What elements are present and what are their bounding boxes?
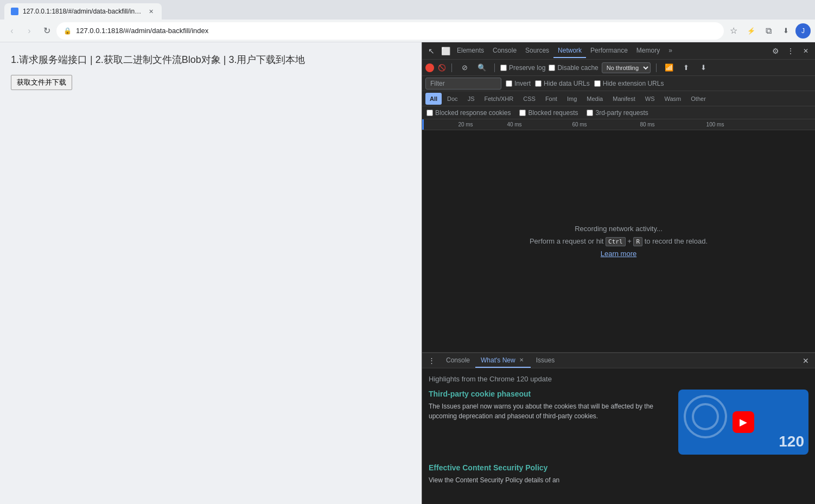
blocked-cookies-checkbox[interactable]	[426, 110, 433, 116]
filter-toggle-button[interactable]: ⊘	[457, 61, 472, 75]
network-toolbar: 🚫 ⊘ 🔍 Preserve log Disable cache No thro…	[422, 60, 815, 76]
timeline-header: 20 ms 40 ms 60 ms 80 ms 100 ms	[422, 119, 815, 130]
timeline-marker-40: 40 ms	[507, 122, 521, 127]
news-thumbnail-1: ▶ 120	[678, 390, 808, 455]
tab-elements[interactable]: Elements	[453, 44, 488, 58]
third-party-label[interactable]: 3rd-party requests	[587, 109, 648, 117]
third-party-checkbox[interactable]	[587, 110, 593, 116]
news-text-2: Effective Content Security Policy View t…	[429, 463, 808, 485]
upload-har-button[interactable]: ⬆	[679, 61, 693, 75]
page-title: 1.请求服务端接口 | 2.获取二进制文件流Blob对象 | 3.用户下载到本地	[11, 53, 411, 66]
stop-button[interactable]: 🚫	[437, 63, 446, 72]
tab-network[interactable]: Network	[553, 44, 586, 58]
filter-font[interactable]: Font	[541, 93, 562, 105]
devtools-right-icons: ⚙ ⋮ ✕	[768, 44, 813, 58]
filter-js[interactable]: JS	[463, 93, 479, 105]
main-area: 1.请求服务端接口 | 2.获取二进制文件流Blob对象 | 3.用户下载到本地…	[0, 42, 815, 504]
preserve-log-checkbox-label[interactable]: Preserve log	[500, 64, 545, 72]
tab-performance[interactable]: Performance	[586, 44, 632, 58]
tab-title: 127.0.0.1:1818/#/admin/data-backfill/ind…	[23, 8, 142, 15]
filter-doc[interactable]: Doc	[443, 93, 462, 105]
tab-bar: 127.0.0.1:1818/#/admin/data-backfill/ind…	[0, 0, 815, 20]
back-button[interactable]: ‹	[4, 23, 20, 39]
tab-more[interactable]: »	[664, 44, 677, 58]
network-content: Recording network activity... Perform a …	[422, 130, 815, 352]
news-body-1: The Issues panel now warns you about the…	[429, 401, 672, 421]
play-button-icon: ▶	[733, 411, 754, 433]
blocked-cookies-text: Blocked response cookies	[435, 109, 511, 117]
hide-data-urls-checkbox[interactable]	[535, 80, 542, 87]
tab-console[interactable]: Console	[488, 44, 521, 58]
wifi-button[interactable]: 📶	[662, 61, 676, 75]
r-key: R	[633, 237, 642, 246]
preserve-log-checkbox[interactable]	[500, 65, 507, 71]
forward-button[interactable]: ›	[22, 23, 37, 39]
devtools-settings-button[interactable]: ⚙	[768, 44, 782, 58]
blocked-requests-label[interactable]: Blocked requests	[519, 109, 578, 117]
news-card-2: Effective Content Security Policy View t…	[429, 463, 808, 485]
whats-new-close-button[interactable]: ✕	[518, 356, 525, 364]
extensions-button[interactable]: ⧉	[761, 23, 776, 39]
disable-cache-checkbox-label[interactable]: Disable cache	[549, 64, 598, 72]
ctrl-key: Ctrl	[606, 237, 626, 246]
filter-other[interactable]: Other	[686, 93, 710, 105]
devtools-responsive-button[interactable]: ⬜	[438, 44, 453, 58]
performance-insights-button[interactable]: ⚡	[743, 23, 759, 39]
page-content: 1.请求服务端接口 | 2.获取二进制文件流Blob对象 | 3.用户下载到本地…	[0, 42, 422, 504]
bottom-tab-issues[interactable]: Issues	[531, 353, 561, 368]
filter-ws[interactable]: WS	[641, 93, 659, 105]
search-button[interactable]: 🔍	[475, 61, 489, 75]
blocked-cookies-label[interactable]: Blocked response cookies	[426, 109, 511, 117]
invert-checkbox-label[interactable]: Invert	[506, 80, 531, 87]
bottom-tab-console[interactable]: Console	[441, 353, 475, 368]
toolbar-right: ☆ ⚡ ⧉ ⬇ J	[726, 23, 811, 39]
download-button[interactable]: ⬇	[778, 23, 793, 39]
hide-data-urls-label[interactable]: Hide data URLs	[535, 80, 590, 87]
tab-sources[interactable]: Sources	[521, 44, 553, 58]
blocked-requests-text: Blocked requests	[528, 109, 578, 117]
timeline-indicator	[422, 119, 424, 130]
hide-ext-urls-checkbox[interactable]	[594, 80, 601, 87]
third-party-text: 3rd-party requests	[595, 109, 648, 117]
filter-input[interactable]	[425, 78, 501, 90]
tab-close-button[interactable]: ✕	[147, 7, 155, 16]
active-tab[interactable]: 127.0.0.1:1818/#/admin/data-backfill/ind…	[4, 3, 162, 20]
devtools-more-button[interactable]: ⋮	[784, 44, 798, 58]
throttle-select[interactable]: No throttling	[602, 62, 651, 73]
bottom-panel: ⋮ Console What's New ✕ Issues ✕ Highligh…	[422, 352, 815, 504]
filter-all[interactable]: All	[425, 93, 442, 105]
bottom-panel-menu-button[interactable]: ⋮	[424, 354, 438, 368]
divider	[451, 63, 452, 72]
bottom-tab-whats-new[interactable]: What's New ✕	[475, 353, 531, 368]
tab-memory[interactable]: Memory	[632, 44, 664, 58]
devtools-close-button[interactable]: ✕	[799, 44, 813, 58]
hide-ext-urls-label[interactable]: Hide extension URLs	[594, 80, 664, 87]
devtools-toolbar: ↖ ⬜ Elements Console Sources Network Per…	[422, 42, 815, 60]
record-button[interactable]	[425, 63, 434, 72]
invert-label: Invert	[514, 80, 531, 87]
filter-img[interactable]: Img	[563, 93, 581, 105]
disable-cache-checkbox[interactable]	[549, 65, 555, 71]
fetch-download-button[interactable]: 获取文件并下载	[11, 75, 72, 90]
address-bar[interactable]: 🔒 127.0.0.1:1818/#/admin/data-backfill/i…	[56, 22, 724, 40]
bottom-panel-close-button[interactable]: ✕	[799, 354, 813, 368]
profile-button[interactable]: J	[795, 23, 811, 39]
invert-checkbox[interactable]	[506, 80, 512, 87]
blocked-requests-checkbox[interactable]	[519, 110, 526, 116]
filter-css[interactable]: CSS	[519, 93, 540, 105]
whats-new-header: Highlights from the Chrome 120 update	[429, 375, 808, 383]
address-text: 127.0.0.1:1818/#/admin/data-backfill/ind…	[76, 27, 717, 35]
filter-manifest[interactable]: Manifest	[608, 93, 640, 105]
bottom-content: Highlights from the Chrome 120 update Th…	[422, 368, 815, 504]
filter-types-bar: All Doc JS Fetch/XHR CSS Font Img Media …	[422, 91, 815, 106]
learn-more-link[interactable]: Learn more	[601, 250, 636, 258]
filter-media[interactable]: Media	[582, 93, 607, 105]
news-body-2: View the Content Security Policy details…	[429, 475, 808, 485]
filter-wasm[interactable]: Wasm	[660, 93, 686, 105]
bookmark-button[interactable]: ☆	[726, 23, 741, 39]
reload-button[interactable]: ↻	[39, 23, 54, 39]
download-har-button[interactable]: ⬇	[697, 61, 711, 75]
devtools-inspect-button[interactable]: ↖	[424, 44, 438, 58]
perform-text: Perform a request or hit Ctrl + R to rec…	[530, 237, 708, 245]
filter-fetchxhr[interactable]: Fetch/XHR	[480, 93, 518, 105]
